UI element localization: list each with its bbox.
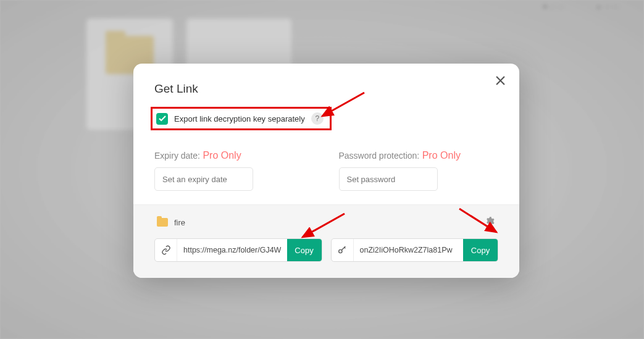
modal-footer: fire Copy bbox=[133, 204, 519, 278]
copy-link-button[interactable]: Copy bbox=[287, 239, 322, 261]
close-icon bbox=[496, 76, 505, 88]
pro-only-badge: Pro Only bbox=[203, 150, 241, 161]
item-name: fire bbox=[174, 218, 185, 227]
key-group: Copy bbox=[331, 238, 499, 262]
link-url-input[interactable] bbox=[177, 239, 287, 261]
get-link-modal: Get Link Export link decryption key sepa… bbox=[133, 64, 519, 278]
password-label: Password protection: bbox=[339, 151, 420, 161]
export-key-checkbox[interactable] bbox=[156, 113, 168, 125]
password-option: Password protection: Pro Only bbox=[339, 150, 499, 191]
options-row: Expiry date: Pro Only Password protectio… bbox=[154, 150, 498, 191]
svg-point-0 bbox=[339, 249, 342, 253]
copy-key-button[interactable]: Copy bbox=[463, 239, 498, 261]
check-icon bbox=[159, 113, 166, 124]
key-icon bbox=[332, 239, 354, 261]
key-input[interactable] bbox=[354, 239, 464, 261]
question-icon: ? bbox=[315, 114, 319, 123]
settings-button[interactable] bbox=[483, 216, 496, 228]
password-input[interactable] bbox=[339, 167, 438, 191]
folder-icon bbox=[157, 218, 168, 227]
link-url-group: Copy bbox=[154, 238, 322, 262]
expiry-option: Expiry date: Pro Only bbox=[154, 150, 314, 191]
expiry-label: Expiry date: bbox=[154, 151, 200, 161]
export-key-label: Export link decryption key separately bbox=[174, 114, 305, 123]
pro-only-badge: Pro Only bbox=[422, 150, 461, 161]
close-button[interactable] bbox=[492, 73, 508, 90]
gear-icon bbox=[485, 216, 495, 228]
link-icon bbox=[155, 239, 177, 261]
export-option-highlight: Export link decryption key separately ? bbox=[151, 107, 332, 130]
modal-title: Get Link bbox=[154, 82, 498, 96]
expiry-date-input[interactable] bbox=[154, 167, 253, 191]
help-button[interactable]: ? bbox=[311, 112, 324, 125]
